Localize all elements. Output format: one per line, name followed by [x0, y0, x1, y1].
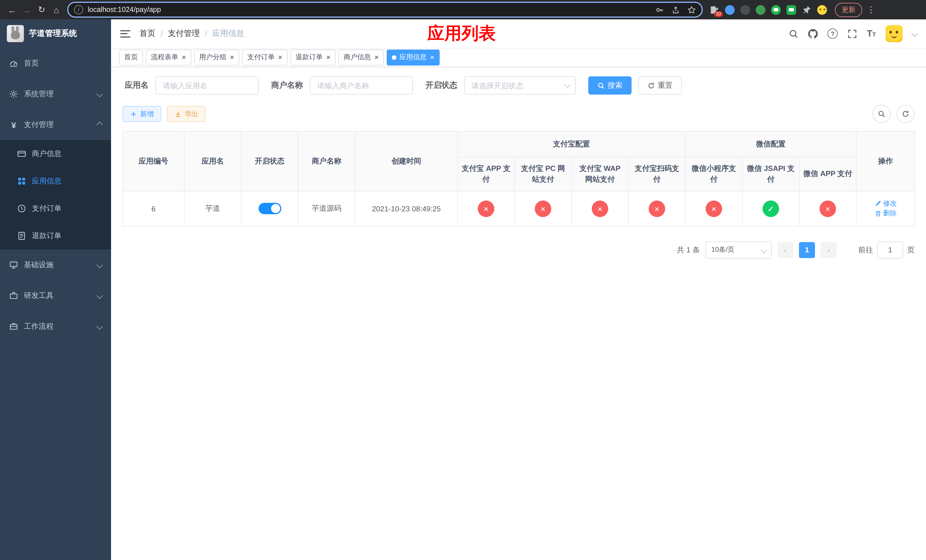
col-app-id: 应用编号 — [123, 131, 184, 191]
extension-emoji-icon[interactable] — [817, 5, 827, 15]
sidebar-item-system[interactable]: 系统管理 — [0, 79, 111, 109]
search-icon — [598, 82, 605, 89]
extension-dark-icon[interactable] — [740, 5, 750, 15]
tab-home[interactable]: 首页 — [119, 49, 143, 65]
next-page-button[interactable]: › — [821, 242, 837, 258]
tab-process-form[interactable]: 流程表单× — [146, 49, 191, 65]
tab-pay-orders[interactable]: 支付订单× — [242, 49, 287, 65]
password-key-icon[interactable] — [655, 5, 664, 14]
sidebar-item-refund-orders[interactable]: 退款订单 — [0, 222, 111, 250]
extensions-puzzle-icon[interactable]: 10 — [710, 5, 719, 15]
logo-image — [7, 25, 24, 42]
sidebar-item-label: 研发工具 — [24, 291, 53, 301]
col-group-wechat: 微信配置 — [685, 131, 856, 157]
status-toggle[interactable] — [258, 203, 281, 214]
github-icon[interactable] — [808, 29, 818, 38]
goto-page-input[interactable] — [877, 241, 903, 258]
search-button[interactable]: 搜索 — [588, 76, 632, 95]
breadcrumb-payment[interactable]: 支付管理 — [168, 29, 200, 39]
sidebar-item-infrastructure[interactable]: 基础设施 — [0, 250, 111, 280]
extension-chat-icon[interactable] — [787, 5, 796, 15]
sidebar-item-dev-tools[interactable]: 研发工具 — [0, 280, 111, 311]
cell-app-id: 6 — [123, 191, 184, 226]
search-icon[interactable] — [789, 29, 799, 38]
extension-pin-icon[interactable] — [802, 5, 811, 15]
alipay-pc-status-icon: × — [535, 200, 551, 217]
toggle-search-button[interactable] — [873, 105, 891, 123]
refresh-table-button[interactable] — [896, 105, 915, 123]
extension-wechat-icon[interactable] — [771, 5, 781, 15]
share-icon[interactable] — [672, 5, 680, 14]
help-icon[interactable]: ? — [828, 29, 838, 39]
browser-home-button[interactable]: ⌂ — [49, 2, 64, 17]
browser-back-button[interactable]: ← — [5, 2, 20, 17]
sidebar-toggle-icon[interactable] — [120, 30, 130, 37]
font-size-icon[interactable]: TT — [867, 29, 876, 38]
breadcrumb-home[interactable]: 首页 — [139, 29, 156, 39]
sidebar-item-label: 支付管理 — [24, 120, 53, 130]
sidebar-submenu-payment: 商户信息 应用信息 支付订单 退款订单 — [0, 140, 111, 250]
col-merchant: 商户名称 — [298, 131, 355, 191]
goto-label: 前往 — [858, 245, 873, 255]
close-icon[interactable]: × — [326, 53, 331, 61]
search-icon — [878, 110, 885, 118]
address-bar[interactable]: i localhost:1024/pay/app — [67, 2, 703, 18]
page-1-button[interactable]: 1 — [799, 242, 815, 258]
browser-menu-icon[interactable]: ⋮ — [867, 5, 875, 15]
close-icon[interactable]: × — [430, 53, 434, 61]
bookmark-star-icon[interactable] — [687, 5, 696, 14]
sidebar-item-merchant-info[interactable]: 商户信息 — [0, 140, 111, 168]
filter-form: 应用名 商户名称 开启状态 搜索 重置 — [123, 76, 915, 95]
tab-refund-orders[interactable]: 退款订单× — [291, 49, 336, 65]
wx-app-status-icon: × — [820, 200, 836, 217]
sidebar-item-label: 应用信息 — [32, 176, 62, 186]
user-avatar[interactable] — [885, 25, 903, 42]
col-group-alipay: 支付宝配置 — [458, 131, 685, 157]
reset-button[interactable]: 重置 — [639, 76, 682, 95]
tab-app-info[interactable]: 应用信息× — [387, 49, 439, 65]
close-icon[interactable]: × — [278, 53, 282, 61]
edit-link[interactable]: 修改 — [875, 198, 897, 208]
goto-suffix: 页 — [907, 245, 915, 255]
sidebar-item-workflow[interactable]: 工作流程 — [0, 311, 111, 342]
sidebar-item-home[interactable]: 首页 — [0, 48, 111, 79]
avatar-caret-icon[interactable] — [911, 30, 918, 37]
extension-blue-icon[interactable] — [725, 5, 735, 15]
status-select[interactable] — [464, 76, 576, 95]
browser-reload-button[interactable]: ↻ — [34, 2, 49, 17]
cell-merchant: 芋道源码 — [298, 191, 355, 226]
sidebar-item-label: 退款订单 — [32, 231, 62, 241]
extension-avatar-icon[interactable] — [756, 5, 766, 15]
delete-link[interactable]: 删除 — [875, 209, 897, 218]
col-alipay-scan: 支付宝扫码支付 — [628, 157, 685, 191]
close-icon[interactable]: × — [182, 53, 186, 61]
refresh-icon — [902, 110, 909, 118]
gear-icon — [9, 89, 18, 98]
export-button[interactable]: 导出 — [167, 106, 206, 122]
col-app-name: 应用名 — [184, 131, 241, 191]
sidebar-item-app-info[interactable]: 应用信息 — [0, 168, 111, 195]
toolbox-icon — [9, 291, 18, 300]
clock-icon — [17, 204, 26, 213]
sidebar-item-pay-orders[interactable]: 支付订单 — [0, 195, 111, 222]
add-button[interactable]: 新增 — [123, 106, 161, 122]
alipay-wap-status-icon: × — [592, 200, 608, 217]
page-size-select[interactable]: 10条/页 — [706, 241, 772, 258]
prev-page-button[interactable]: ‹ — [777, 242, 793, 258]
col-alipay-pc: 支付宝 PC 网站支付 — [514, 157, 572, 191]
tab-merchant-info[interactable]: 商户信息× — [339, 49, 384, 65]
dashboard-icon — [9, 59, 18, 68]
pagination-total: 共 1 条 — [677, 245, 700, 255]
close-icon[interactable]: × — [374, 53, 379, 61]
close-icon[interactable]: × — [230, 53, 234, 61]
tab-user-group[interactable]: 用户分组× — [194, 49, 239, 65]
fullscreen-icon[interactable] — [847, 29, 857, 38]
browser-forward-button[interactable]: → — [20, 2, 34, 17]
sidebar-item-payment[interactable]: ¥ 支付管理 — [0, 109, 111, 140]
app-logo: 芋道管理系统 — [0, 20, 111, 48]
page-content: 应用名 商户名称 开启状态 搜索 重置 — [111, 67, 926, 560]
site-info-icon[interactable]: i — [74, 5, 83, 14]
app-name-input[interactable] — [156, 76, 259, 95]
browser-update-button[interactable]: 更新 — [835, 3, 862, 17]
merchant-name-input[interactable] — [310, 76, 413, 95]
